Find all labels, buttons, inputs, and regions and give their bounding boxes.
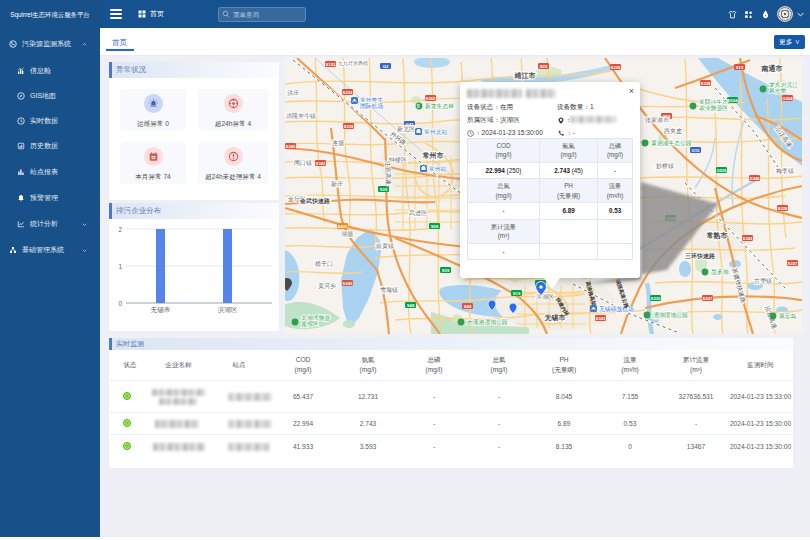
svg-text:武进区: 武进区	[409, 209, 427, 217]
svg-text:S19: S19	[513, 291, 521, 296]
svg-text:昆承湖: 昆承湖	[711, 268, 729, 276]
svg-text:S420: S420	[338, 224, 348, 229]
svg-text:新北区: 新北区	[397, 125, 415, 133]
svg-text:度假区: 度假区	[301, 320, 319, 328]
svg-text:S39: S39	[380, 187, 388, 192]
svg-text:滨湖区: 滨湖区	[218, 306, 238, 314]
svg-text:黄泗浦生态公园: 黄泗浦生态公园	[651, 140, 692, 147]
svg-text:S226: S226	[611, 65, 621, 70]
svg-text:无锡市: 无锡市	[151, 306, 171, 314]
svg-text:B: B	[417, 104, 420, 109]
svg-text:三环快速路: 三环快速路	[685, 252, 716, 260]
svg-text:G204: G204	[782, 96, 793, 101]
svg-text:常州市: 常州市	[423, 151, 444, 160]
svg-text:G526: G526	[716, 168, 727, 173]
svg-text:S29: S29	[540, 64, 548, 69]
svg-text:S48: S48	[464, 304, 472, 309]
svg-text:S19: S19	[736, 65, 744, 70]
svg-text:南通市: 南通市	[761, 64, 783, 73]
svg-text:靖江市: 靖江市	[514, 71, 536, 80]
svg-text:S228: S228	[778, 206, 788, 211]
svg-text:张家港市: 张家港市	[645, 116, 669, 124]
svg-text:湖塘: 湖塘	[341, 230, 353, 238]
svg-text:S227: S227	[703, 296, 713, 301]
svg-text:2: 2	[118, 226, 122, 233]
svg-text:黄河乡: 黄河乡	[318, 283, 336, 289]
svg-text:G346: G346	[749, 176, 760, 181]
svg-text:国际机场: 国际机场	[360, 102, 383, 110]
svg-text:S343: S343	[596, 316, 606, 321]
svg-text:雪堰镇: 雪堰镇	[380, 286, 398, 293]
svg-text:风光带: 风光带	[769, 88, 787, 95]
svg-text:农业旅游区: 农业旅游区	[699, 104, 728, 112]
svg-text:妙桥镇: 妙桥镇	[656, 162, 674, 169]
svg-text:无锡市: 无锡市	[544, 313, 566, 322]
svg-text:S58: S58	[431, 224, 439, 229]
svg-text:0: 0	[118, 300, 122, 307]
svg-text:奔牛镇: 奔牛镇	[298, 113, 316, 119]
svg-text:常州北站: 常州北站	[424, 129, 447, 136]
svg-text:S343: S343	[743, 236, 753, 241]
svg-text:S230: S230	[651, 296, 661, 301]
svg-text:S240: S240	[286, 144, 296, 149]
svg-text:S39: S39	[442, 268, 450, 273]
svg-text:S122: S122	[326, 62, 336, 67]
svg-text:江宜高速: 江宜高速	[384, 161, 392, 185]
svg-text:S232: S232	[343, 90, 353, 95]
svg-text:G2: G2	[383, 64, 389, 69]
svg-text:闸口镇: 闸口镇	[294, 160, 312, 167]
svg-text:S240: S240	[343, 281, 353, 286]
svg-text:洪陵: 洪陵	[286, 112, 298, 119]
svg-text:西夹皮: 西夹皮	[664, 128, 682, 135]
svg-text:S342: S342	[316, 161, 326, 166]
svg-text:前黄镇: 前黄镇	[375, 243, 394, 249]
svg-text:古里镇: 古里镇	[754, 278, 772, 285]
svg-text:1: 1	[118, 263, 122, 270]
svg-text:金武快速路: 金武快速路	[299, 197, 331, 205]
svg-text:九九圩兴养殖: 九九圩兴养殖	[338, 60, 368, 66]
svg-text:G15: G15	[692, 148, 701, 153]
svg-text:常熟市: 常熟市	[707, 231, 728, 240]
svg-text:梅李镇: 梅李镇	[775, 167, 794, 175]
svg-text:S227: S227	[788, 261, 798, 266]
svg-text:横子口: 横子口	[315, 260, 333, 268]
svg-text:滨湖区: 滨湖区	[536, 293, 554, 300]
svg-text:S48: S48	[407, 303, 415, 308]
svg-text:常州站: 常州站	[429, 166, 447, 173]
svg-text:新庄: 新庄	[331, 180, 343, 187]
svg-text:新龙生态林: 新龙生态林	[425, 103, 454, 109]
svg-text:S239: S239	[344, 124, 354, 129]
svg-text:展宏岛: 展宏岛	[779, 312, 797, 319]
svg-text:连塘: 连塘	[332, 139, 344, 147]
svg-text:洪庄: 洪庄	[287, 89, 299, 96]
svg-text:漕湖湿地公园: 漕湖湿地公园	[653, 311, 688, 319]
svg-text:G524: G524	[727, 98, 738, 103]
svg-text:大溪港湿地公园: 大溪港湿地公园	[467, 318, 508, 326]
svg-text:S338: S338	[701, 81, 711, 86]
svg-text:S302: S302	[426, 96, 436, 101]
